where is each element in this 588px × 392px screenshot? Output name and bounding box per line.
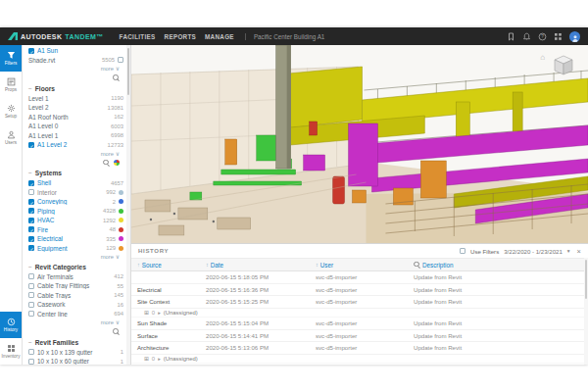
history-row[interactable]: Surface2020-06-15 5:14:41 PMsvc-d5-impor… — [131, 330, 588, 343]
family-item[interactable]: 10 x 10 x 60 gutter1 — [23, 357, 126, 365]
floor-item[interactable]: Level 213081 — [23, 103, 126, 113]
collapse-icon[interactable]: − — [28, 85, 32, 92]
section-header[interactable]: −Revit Categories — [23, 262, 126, 272]
checked-checkbox[interactable] — [28, 245, 34, 251]
col-user[interactable]: ↕ User — [310, 262, 408, 269]
user-avatar[interactable] — [569, 31, 580, 42]
apps-icon[interactable] — [554, 32, 563, 41]
rail-tab-props[interactable]: Props — [0, 72, 22, 98]
checkbox[interactable] — [28, 273, 34, 279]
checked-checkbox[interactable] — [28, 208, 34, 214]
more-link[interactable]: more ∨ — [101, 151, 120, 157]
checked-checkbox[interactable] — [28, 199, 34, 205]
system-item[interactable]: Piping4328 — [23, 207, 126, 217]
floor-item[interactable]: A1 Roof North162 — [23, 113, 126, 122]
home-view-icon[interactable]: ⌂ — [540, 53, 545, 62]
search-icon[interactable] — [414, 262, 420, 269]
history-row[interactable]: Architecture2020-06-15 5:13:06 PMsvc-d5-… — [131, 342, 588, 355]
category-item[interactable]: Air Terminals412 — [23, 272, 126, 282]
collapse-icon[interactable]: − — [28, 264, 32, 270]
checkbox[interactable] — [28, 311, 34, 317]
floor-item[interactable]: Level 11190 — [23, 94, 126, 104]
system-item[interactable]: Shell4657 — [23, 178, 126, 188]
family-item[interactable]: 10 x 10 x 139 gutter1 — [23, 348, 126, 358]
system-item[interactable]: Fire48 — [23, 225, 126, 235]
color-legend-dot[interactable] — [114, 160, 120, 166]
checked-checkbox[interactable] — [28, 218, 34, 223]
collapse-icon[interactable]: − — [28, 339, 32, 346]
rail-tab-filters[interactable]: Filters — [0, 45, 22, 72]
rail-tab-inventory[interactable]: Inventory — [0, 338, 22, 365]
panel-scrollbar-thumb[interactable] — [127, 48, 129, 95]
history-row[interactable]: 2020-06-15 5:18:05 PMsvc-d5-importerUpda… — [131, 271, 588, 284]
expand-icon[interactable]: ▸ — [158, 310, 161, 316]
checkbox[interactable] — [28, 292, 34, 298]
floor-item[interactable]: A1 Level 16998 — [23, 131, 126, 141]
checkbox[interactable] — [28, 283, 34, 289]
checked-checkbox[interactable] — [28, 180, 34, 186]
bookmark-icon[interactable] — [507, 32, 515, 41]
rail-tab-setup[interactable]: Setup — [0, 98, 22, 124]
chevron-down-icon[interactable]: ▾ — [567, 248, 570, 254]
category-item[interactable]: Cable Trays145 — [23, 291, 126, 301]
date-range[interactable]: 3/22/2020 - 1/23/2021 — [504, 248, 563, 255]
search-icon[interactable] — [113, 74, 120, 81]
checked-checkbox[interactable] — [28, 226, 34, 232]
system-item[interactable]: Equipment129 — [23, 244, 126, 254]
rail-tab-users[interactable]: Users — [0, 124, 22, 151]
col-source[interactable]: ↑ Source — [131, 262, 200, 269]
system-item[interactable]: HVAC1292 — [23, 216, 126, 225]
model-item[interactable]: Shade.rvt5505 — [23, 56, 126, 66]
bell-icon[interactable] — [522, 32, 531, 41]
expand-icon[interactable]: ▸ — [158, 356, 161, 362]
col-date[interactable]: ↕ Date — [200, 262, 310, 269]
help-icon[interactable]: ? — [538, 32, 547, 41]
nav-reports[interactable]: REPORTS — [165, 33, 197, 40]
history-row[interactable]: Sun Shade2020-06-15 5:15:04 PMsvc-d5-imp… — [131, 318, 588, 330]
history-child-row[interactable]: ⊞▸A1 Level 0 — [131, 364, 588, 365]
system-item[interactable]: Electrical335 — [23, 234, 126, 244]
search-icon[interactable] — [103, 160, 110, 167]
more-link[interactable]: more ∨ — [101, 254, 120, 260]
checked-checkbox[interactable] — [28, 142, 34, 148]
history-row[interactable]: Site Context2020-06-15 5:15:25 PMsvc-d5-… — [131, 296, 588, 309]
checkbox[interactable] — [28, 302, 34, 308]
system-item[interactable]: Interior992 — [23, 188, 126, 198]
search-icon[interactable] — [113, 328, 120, 335]
section-header[interactable]: −Floors — [23, 83, 126, 94]
checked-checkbox[interactable] — [28, 236, 34, 242]
section-header[interactable]: −Revit Families — [23, 337, 126, 348]
system-item[interactable]: Conveying2 — [23, 197, 126, 207]
checkbox[interactable] — [28, 359, 34, 365]
checkbox[interactable] — [118, 57, 123, 63]
category-item[interactable]: Center line694 — [23, 310, 126, 319]
history-scrollbar[interactable] — [584, 258, 588, 365]
nav-facilities[interactable]: FACILITIES — [120, 33, 156, 40]
checkbox[interactable] — [28, 189, 34, 195]
col-description[interactable]: Description — [408, 262, 588, 269]
collapse-icon[interactable]: − — [28, 170, 32, 176]
autodesk-logo[interactable]: AUTODESK TANDEM™ — [8, 32, 104, 40]
model-3d-scene[interactable] — [131, 45, 588, 243]
history-row[interactable]: Electrical2020-06-15 5:16:36 PMsvc-d5-im… — [131, 284, 588, 297]
checked-checkbox[interactable] — [28, 48, 34, 54]
more-link[interactable]: more ∨ — [101, 319, 120, 325]
history-scrollbar-thumb[interactable] — [585, 260, 587, 299]
floor-item[interactable]: A1 Level 212733 — [23, 140, 126, 150]
view-cube[interactable] — [549, 52, 578, 78]
close-icon[interactable]: × — [577, 247, 581, 256]
floor-item[interactable]: A1 Level 06003 — [23, 122, 126, 131]
model-viewport[interactable]: ⌂ — [131, 45, 588, 243]
checkbox[interactable] — [28, 349, 34, 355]
use-filters-checkbox[interactable] — [460, 248, 466, 254]
history-child-row[interactable]: ⊞0▸(Unassigned) — [131, 309, 588, 318]
category-item[interactable]: Casework16 — [23, 300, 126, 310]
more-link[interactable]: more ∨ — [101, 66, 120, 72]
panel-scrollbar[interactable] — [126, 45, 130, 365]
category-item[interactable]: Cable Tray Fittings55 — [23, 281, 126, 291]
model-item[interactable]: A1 Sun — [23, 46, 126, 56]
nav-manage[interactable]: MANAGE — [205, 33, 234, 40]
rail-tab-history[interactable]: History — [0, 312, 22, 338]
section-header[interactable]: −Systems — [23, 168, 126, 178]
history-child-row[interactable]: ⊞0▸(Unassigned) — [131, 355, 588, 365]
